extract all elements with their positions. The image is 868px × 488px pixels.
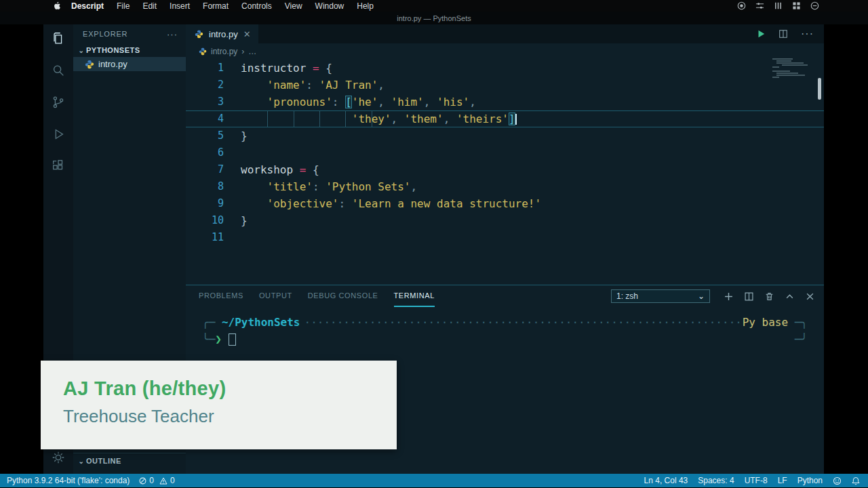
breadcrumb-file[interactable]: intro.py (211, 47, 237, 56)
breadcrumb-more[interactable]: … (248, 47, 256, 56)
notifications-bell-icon[interactable] (852, 476, 860, 485)
code-text[interactable] (224, 229, 241, 246)
language-mode-status[interactable]: Python (797, 476, 823, 485)
terminal-shell-select[interactable]: 1: zsh ⌄ (611, 289, 710, 303)
menu-edit[interactable]: Edit (142, 1, 157, 11)
code-line[interactable]: 11 (186, 229, 824, 246)
menu-help[interactable]: Help (357, 1, 374, 11)
tab-problems[interactable]: PROBLEMS (199, 285, 243, 307)
editor-scrollbar[interactable] (818, 78, 821, 100)
minimap[interactable] (772, 58, 805, 79)
tab-output[interactable]: OUTPUT (259, 285, 292, 307)
control-center-icon[interactable] (810, 1, 819, 10)
code-line[interactable]: 2 'name': 'AJ Tran', (186, 77, 824, 94)
terminal-prompt-line-2: ╰─ ❯ ─╯ (202, 331, 808, 348)
error-count: 0 (149, 476, 154, 485)
problems-status[interactable]: 0 0 (139, 476, 174, 485)
code-text[interactable]: } (224, 127, 248, 144)
shell-select-value: 1: zsh (616, 291, 638, 301)
code-line[interactable]: 3 'pronouns': ['he', 'him', 'his', (186, 94, 824, 110)
tab-strip: intro.py ✕ ··· (186, 24, 824, 43)
python-file-icon (85, 60, 94, 69)
python-env-indicator: Py base (743, 314, 795, 331)
terminal-cursor (229, 333, 236, 346)
editor-caret (515, 114, 517, 125)
prompt-frame-open: ╭─ (202, 314, 222, 331)
breadcrumb[interactable]: intro.py › … (186, 43, 824, 60)
grid-icon[interactable] (792, 1, 801, 10)
menu-descript[interactable]: Descript (71, 1, 104, 11)
outline-section[interactable]: ⌄ OUTLINE (73, 453, 186, 468)
code-text[interactable]: 'name': 'AJ Tran', (224, 77, 384, 94)
split-terminal-icon[interactable] (745, 292, 753, 301)
feedback-smiley-icon[interactable] (833, 476, 842, 485)
cursor-position-status[interactable]: Ln 4, Col 43 (644, 476, 688, 485)
tab-intro-py[interactable]: intro.py ✕ (186, 24, 258, 43)
line-number: 11 (186, 229, 224, 246)
tab-close-icon[interactable]: ✕ (243, 29, 251, 39)
explorer-more-actions-icon[interactable]: ··· (167, 29, 178, 39)
explorer-icon[interactable] (50, 30, 66, 47)
python-interpreter-status[interactable]: Python 3.9.2 64-bit ('flake': conda) (7, 476, 130, 485)
code-line[interactable]: 4 'they', 'them', 'theirs'] (186, 110, 824, 127)
indentation-status[interactable]: Spaces: 4 (698, 476, 734, 485)
encoding-status[interactable]: UTF-8 (745, 476, 768, 485)
line-number: 3 (186, 94, 224, 110)
file-item-intro-py[interactable]: intro.py (73, 57, 186, 71)
line-number: 5 (186, 127, 224, 144)
menu-format[interactable]: Format (203, 1, 229, 11)
run-file-icon[interactable] (756, 29, 766, 39)
kill-terminal-trash-icon[interactable] (765, 292, 774, 301)
menu-window[interactable]: Window (315, 1, 344, 11)
menu-view[interactable]: View (285, 1, 302, 11)
code-text[interactable]: 'pronouns': ['he', 'him', 'his', (224, 94, 476, 110)
menu-bar-status-icons (737, 1, 868, 10)
split-editor-icon[interactable] (778, 29, 788, 39)
record-icon[interactable] (737, 1, 746, 10)
settings-gear-icon[interactable] (50, 449, 66, 466)
more-actions-icon[interactable]: ··· (801, 28, 814, 40)
code-line[interactable]: 10} (186, 212, 824, 229)
code-text[interactable]: 'title': 'Python Sets', (224, 178, 417, 195)
close-panel-icon[interactable] (806, 292, 814, 301)
tab-debug-console[interactable]: DEBUG CONSOLE (308, 285, 378, 307)
sliders-icon[interactable] (755, 1, 764, 10)
code-text[interactable]: 'they', 'them', 'theirs'] (224, 111, 517, 127)
search-icon[interactable] (50, 62, 66, 79)
code-line[interactable]: 9 'objective': 'Learn a new data structu… (186, 195, 824, 212)
folder-pythonsets[interactable]: ⌄ PYTHONSETS (73, 43, 186, 57)
code-line[interactable]: 5} (186, 127, 824, 144)
run-debug-icon[interactable] (50, 126, 66, 142)
terminal-content[interactable]: ╭─ ~/PythonSets ························… (186, 307, 824, 348)
file-label: intro.py (98, 59, 127, 69)
menu-insert[interactable]: Insert (170, 1, 190, 11)
apple-logo-icon[interactable] (53, 1, 60, 10)
code-editor[interactable]: 1instructor = {2 'name': 'AJ Tran',3 'pr… (186, 60, 824, 285)
new-terminal-icon[interactable] (724, 292, 733, 301)
code-line[interactable]: 8 'title': 'Python Sets', (186, 178, 824, 195)
code-line[interactable]: 1instructor = { (186, 60, 824, 77)
tab-terminal[interactable]: TERMINAL (394, 285, 435, 307)
menu-controls[interactable]: Controls (241, 1, 272, 11)
extensions-icon[interactable] (50, 158, 66, 174)
breadcrumb-separator: › (241, 47, 244, 56)
columns-icon[interactable] (774, 1, 783, 10)
line-number: 1 (186, 60, 224, 77)
menu-file[interactable]: File (117, 1, 130, 11)
line-number: 9 (186, 195, 224, 212)
python-file-icon (199, 47, 207, 56)
code-text[interactable]: 'objective': 'Learn a new data structure… (224, 195, 541, 212)
prompt-filler-dots: ········································… (300, 314, 743, 331)
chevron-down-icon: ⌄ (77, 47, 86, 54)
code-text[interactable]: instructor = { (224, 60, 332, 77)
code-text[interactable]: } (224, 212, 248, 229)
eol-status[interactable]: LF (778, 476, 787, 485)
maximize-panel-chevron-up-icon[interactable] (785, 292, 794, 301)
code-text[interactable]: workshop = { (224, 161, 319, 178)
code-line[interactable]: 6 (186, 144, 824, 161)
code-line[interactable]: 7workshop = { (186, 161, 824, 178)
source-control-icon[interactable] (50, 94, 66, 110)
warning-icon (159, 477, 167, 485)
outline-label: OUTLINE (86, 457, 121, 465)
code-text[interactable] (224, 144, 241, 161)
